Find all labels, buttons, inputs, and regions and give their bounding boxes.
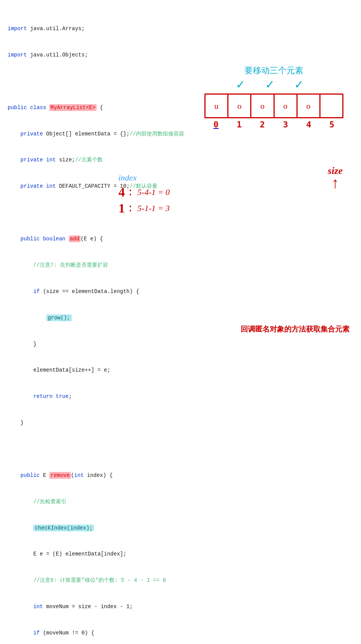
formula-expr-4: 5-4-1 = 0	[138, 187, 170, 197]
index-5: 5	[320, 120, 343, 129]
field-1: private Object[] elementData = {};//内部使用…	[8, 130, 353, 138]
add-grow: grow();	[8, 314, 353, 322]
callback-label: 回调匿名对象的方法获取集合元素	[241, 324, 350, 334]
formula-colon-1: :	[127, 203, 134, 214]
remove-check: checkIndex(index);	[8, 524, 353, 533]
add-end: }	[8, 419, 353, 427]
index-0: 0	[204, 120, 228, 129]
add-comment: //注意7: 先判断是否需要扩容	[8, 261, 353, 270]
add-assign: elementData[size++] = e;	[8, 366, 353, 375]
array-cell-0: u	[206, 95, 228, 117]
remove-comment2: //注意6: 计算需要"移位"的个数: 5 - 4 - 1 == 0	[8, 576, 353, 585]
remove-decl: public E remove(int index) {	[8, 471, 353, 480]
index-4: 4	[297, 120, 321, 129]
diagram-top-label: 要移动三个元素	[201, 65, 346, 76]
add-decl: public boolean add(E e) {	[8, 235, 353, 243]
array-indices: 0 1 2 3 4 5	[204, 120, 343, 129]
remove-comment1: //先检查索引	[8, 497, 353, 506]
size-area: size ↑	[328, 165, 343, 192]
size-arrow: ↑	[330, 177, 340, 192]
import-1: import java.util.Arrays;	[8, 24, 353, 33]
remove-if: if (moveNum != 0) {	[8, 629, 353, 638]
size-label: size	[328, 165, 343, 177]
field-2: private int size;//元素个数	[8, 156, 353, 164]
formula-expr-1: 5-1-1 = 3	[138, 203, 170, 213]
remove-e: E e = (E) elementData[index];	[8, 550, 353, 559]
formula-row-4: 4 : 5-4-1 = 0	[118, 185, 309, 200]
add-return: return true;	[8, 392, 353, 401]
array-cell-3: o	[275, 95, 298, 117]
code-container: import java.util.Arrays; import java.uti…	[8, 7, 353, 644]
import-2: import java.util.Objects;	[8, 51, 353, 60]
index-2: 2	[251, 120, 274, 129]
formula-row-1: 1 : 5-1-1 = 3	[118, 201, 309, 216]
index-1: 1	[228, 120, 251, 129]
array-cell-5	[321, 95, 342, 117]
formula-num-1: 1	[118, 201, 125, 216]
formula-num-4: 4	[118, 185, 125, 200]
add-close: }	[8, 340, 353, 349]
array-cell-2: o	[251, 95, 274, 117]
check-marks: ✓ ✓ ✓	[201, 78, 346, 91]
array-cell-1: o	[228, 95, 251, 117]
index-3: 3	[274, 120, 297, 129]
formula-area: index 4 : 5-4-1 = 0 1 : 5-1-1 = 3	[118, 173, 309, 216]
formula-index-label: index	[118, 173, 309, 183]
blank-3	[8, 445, 353, 454]
array-box: u o o o o	[204, 93, 343, 118]
diagram-area: 要移动三个元素 ✓ ✓ ✓ u o o o o 0 1 2 3 4 5	[201, 65, 346, 129]
formula-colon-4: :	[127, 187, 134, 198]
remove-movenum: int moveNum = size - index - 1;	[8, 602, 353, 611]
array-cell-4: o	[298, 95, 321, 117]
add-if: if (size == elementData.length) {	[8, 287, 353, 296]
